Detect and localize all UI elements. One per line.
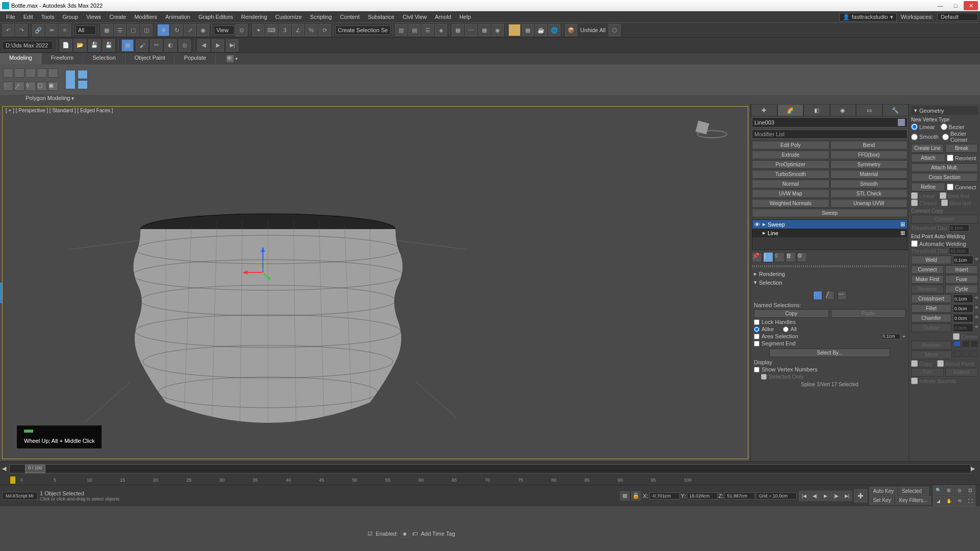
menu-modifiers[interactable]: Modifiers bbox=[130, 13, 161, 21]
sel-vertex[interactable]: ∴ bbox=[813, 291, 822, 300]
mod-normal[interactable]: Normal bbox=[752, 180, 829, 188]
stack-item-line[interactable]: ▸ Line ⊞ bbox=[752, 229, 907, 237]
menu-customize[interactable]: Customize bbox=[271, 13, 306, 21]
next-button[interactable]: ▶| bbox=[226, 39, 238, 52]
menu-group[interactable]: Group bbox=[58, 13, 82, 21]
paint-button[interactable]: ✏ bbox=[150, 39, 162, 52]
menu-help[interactable]: Help bbox=[455, 13, 475, 21]
linear-radio[interactable] bbox=[911, 123, 918, 130]
mod-extrude[interactable]: Extrude bbox=[752, 151, 829, 159]
weld-input[interactable] bbox=[953, 256, 973, 264]
unlink-button[interactable]: ⚮ bbox=[45, 24, 58, 36]
attach-button[interactable]: Attach bbox=[911, 154, 945, 162]
show-vertex-cb[interactable] bbox=[754, 367, 760, 372]
remove-mod[interactable]: 🗑 bbox=[786, 252, 796, 262]
eye-icon[interactable]: 👁 bbox=[754, 221, 761, 228]
area-sel-cb[interactable] bbox=[754, 334, 760, 339]
menu-edit[interactable]: Edit bbox=[19, 13, 37, 21]
create-tab[interactable]: ✚ bbox=[751, 104, 777, 116]
mod-uvwmap[interactable]: UVW Map bbox=[752, 189, 829, 198]
show-end-result[interactable]: ‖ bbox=[763, 252, 773, 262]
render-setup-button[interactable]: ⚙ bbox=[508, 24, 521, 36]
schematic-button[interactable]: ▦ bbox=[478, 24, 491, 36]
crossinsert-input[interactable] bbox=[953, 294, 973, 303]
render-button[interactable]: ☕ bbox=[535, 24, 547, 36]
time-slider[interactable]: 0 / 100 bbox=[9, 464, 971, 473]
menu-views[interactable]: Views bbox=[82, 13, 105, 21]
viewport-label[interactable]: [ + ] [ Perspective ] [ Standard ] [ Edg… bbox=[6, 108, 113, 113]
goto-end[interactable]: ▶| bbox=[842, 491, 852, 501]
alike-radio[interactable] bbox=[754, 327, 760, 332]
connect-cb[interactable] bbox=[947, 184, 953, 190]
ribbon-tab-modeling[interactable]: Modeling bbox=[0, 53, 42, 64]
area-sel-input[interactable] bbox=[881, 334, 900, 339]
align-button[interactable]: ▤ bbox=[408, 24, 421, 36]
menu-scripting[interactable]: Scripting bbox=[306, 13, 336, 21]
tool4-button[interactable]: ◎ bbox=[179, 39, 191, 52]
menu-content[interactable]: Content bbox=[336, 13, 364, 21]
fuse-button[interactable]: Fuse bbox=[945, 275, 978, 284]
subobj-element[interactable]: ▣ bbox=[48, 82, 58, 91]
subobj-border[interactable]: ◊ bbox=[26, 82, 36, 91]
time-handle[interactable]: 0 / 100 bbox=[25, 465, 45, 473]
nav-zoom-ext-all[interactable]: ⊡ bbox=[965, 485, 975, 495]
pivot-button[interactable]: ⊙ bbox=[235, 24, 248, 36]
keyboard-button[interactable]: ⌨ bbox=[265, 24, 278, 36]
ribbon-tab-selection[interactable]: Selection bbox=[83, 53, 125, 64]
move-gizmo[interactable] bbox=[242, 247, 283, 293]
window-cross-button[interactable]: ◫ bbox=[140, 24, 153, 36]
mod-prooptimizer[interactable]: ProOptimizer bbox=[752, 160, 829, 169]
enabled-icon[interactable]: ◉ bbox=[401, 530, 409, 538]
make-first-button[interactable]: Make First bbox=[911, 275, 944, 284]
redo-button[interactable]: ↷ bbox=[15, 24, 28, 36]
poly-btn-1[interactable] bbox=[3, 68, 13, 78]
open-app-button[interactable]: 📦 bbox=[565, 24, 577, 36]
move-button[interactable]: ✥ bbox=[157, 24, 169, 36]
minimize-button[interactable]: — bbox=[933, 1, 947, 10]
geometry-header[interactable]: ▾ Geometry bbox=[911, 106, 978, 115]
refine-button[interactable]: Refine bbox=[911, 183, 945, 191]
tool3-button[interactable]: ◐ bbox=[164, 39, 177, 52]
poly-btn-4[interactable] bbox=[37, 68, 47, 78]
menu-tools[interactable]: Tools bbox=[37, 13, 59, 21]
nav-fov[interactable]: ◢ bbox=[933, 496, 943, 506]
rollout-rendering[interactable]: ▸ Rendering bbox=[751, 269, 909, 278]
ribbon-view-icon[interactable]: 👁 bbox=[226, 55, 234, 63]
next-frame[interactable]: |▶ bbox=[831, 491, 841, 501]
close-button[interactable]: ✕ bbox=[964, 1, 978, 10]
crossinsert-button[interactable]: CrossInsert bbox=[911, 294, 951, 303]
brush-button[interactable]: 🖌 bbox=[136, 39, 148, 52]
weld-button[interactable]: Weld bbox=[911, 256, 951, 264]
rotate-button[interactable]: ↻ bbox=[170, 24, 183, 36]
snap-button[interactable]: 3 bbox=[279, 24, 291, 36]
render-frame-button[interactable]: ▦ bbox=[522, 24, 534, 36]
viewport-layout-button[interactable]: ▦ bbox=[121, 39, 134, 52]
pin-stack[interactable]: 📌 bbox=[752, 252, 762, 262]
open-button[interactable]: 📂 bbox=[74, 39, 86, 52]
add-time-tag[interactable]: Add Time Tag bbox=[421, 531, 455, 537]
spinner-snap-button[interactable]: ⟳ bbox=[318, 24, 331, 36]
render-online-button[interactable]: 🌐 bbox=[548, 24, 560, 36]
modify-tab[interactable]: 🌈 bbox=[777, 104, 804, 116]
project-path[interactable]: D:\3ds Max 2022 bbox=[2, 41, 53, 50]
modifier-list[interactable]: Modifier List bbox=[752, 130, 908, 139]
select-rect-button[interactable]: ▢ bbox=[127, 24, 139, 36]
ribbon-toggle-button[interactable]: ▦ bbox=[452, 24, 464, 36]
maximize-button[interactable]: □ bbox=[948, 1, 963, 10]
menu-create[interactable]: Create bbox=[105, 13, 130, 21]
curve-editor-button[interactable]: 〰 bbox=[465, 24, 477, 36]
nav-pan[interactable]: ✋ bbox=[944, 496, 954, 506]
selection-set[interactable]: Create Selection Se bbox=[335, 26, 390, 35]
bezier-radio[interactable] bbox=[941, 123, 947, 130]
set-key-button[interactable]: Set Key bbox=[869, 496, 894, 505]
poly-btn-5[interactable] bbox=[48, 68, 58, 78]
isolate-button[interactable]: ▦ bbox=[620, 491, 629, 500]
subobj-edge[interactable]: ／ bbox=[14, 82, 24, 91]
bezier-corner-radio[interactable] bbox=[942, 134, 949, 140]
motion-tab[interactable]: ◉ bbox=[830, 104, 856, 116]
object-name-field[interactable] bbox=[752, 117, 908, 128]
nav-zoom-all[interactable]: ⊞ bbox=[944, 485, 954, 495]
configure-sets[interactable]: ⚙ bbox=[797, 252, 807, 262]
stack-item-sweep[interactable]: 👁 ▸ Sweep ⊞ bbox=[752, 220, 907, 229]
all-radio[interactable] bbox=[783, 327, 789, 332]
